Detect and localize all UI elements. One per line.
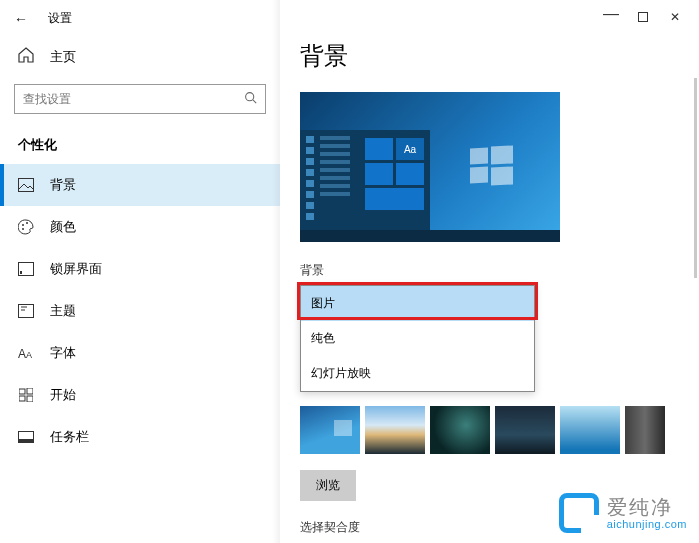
close-button[interactable]: ✕ bbox=[659, 6, 691, 28]
background-type-dropdown[interactable]: 图片 纯色 幻灯片放映 bbox=[300, 285, 535, 392]
svg-point-3 bbox=[22, 224, 24, 226]
svg-rect-13 bbox=[19, 396, 25, 401]
scrollbar[interactable] bbox=[694, 78, 697, 278]
maximize-button[interactable] bbox=[627, 6, 659, 28]
sidebar-item-label: 任务栏 bbox=[50, 428, 89, 446]
watermark-text-cn: 爱纯净 bbox=[607, 496, 687, 518]
app-title: 设置 bbox=[48, 10, 72, 27]
sidebar-item-taskbar[interactable]: 任务栏 bbox=[0, 416, 280, 458]
minimize-button[interactable]: ― bbox=[595, 3, 627, 25]
sidebar-item-lockscreen[interactable]: 锁屏界面 bbox=[0, 248, 280, 290]
settings-sidebar: ← 设置 主页 个性化 背景 颜色 bbox=[0, 0, 280, 543]
wallpaper-thumb[interactable] bbox=[625, 406, 665, 454]
sidebar-item-label: 背景 bbox=[50, 176, 76, 194]
svg-rect-11 bbox=[19, 389, 25, 394]
titlebar-left: ← 设置 bbox=[0, 0, 280, 37]
wallpaper-thumb[interactable] bbox=[430, 406, 490, 454]
svg-point-5 bbox=[22, 228, 24, 230]
svg-point-0 bbox=[246, 93, 254, 101]
search-input-wrap[interactable] bbox=[14, 84, 266, 114]
sidebar-item-colors[interactable]: 颜色 bbox=[0, 206, 280, 248]
svg-rect-12 bbox=[27, 388, 33, 394]
home-label: 主页 bbox=[50, 48, 76, 66]
watermark-text-en: aichunjing.com bbox=[607, 518, 687, 530]
wallpaper-thumb[interactable] bbox=[300, 406, 360, 454]
svg-point-4 bbox=[26, 222, 28, 224]
taskbar-icon bbox=[18, 431, 34, 443]
watermark-logo-icon bbox=[559, 493, 599, 533]
sidebar-item-label: 字体 bbox=[50, 344, 76, 362]
dropdown-option-solid[interactable]: 纯色 bbox=[301, 321, 534, 356]
dropdown-option-picture[interactable]: 图片 bbox=[301, 286, 534, 321]
lockscreen-icon bbox=[18, 262, 34, 276]
sidebar-item-label: 开始 bbox=[50, 386, 76, 404]
home-nav[interactable]: 主页 bbox=[0, 37, 280, 76]
sidebar-item-fonts[interactable]: AA 字体 bbox=[0, 332, 280, 374]
watermark: 爱纯净 aichunjing.com bbox=[559, 493, 687, 533]
wallpaper-thumb[interactable] bbox=[560, 406, 620, 454]
sidebar-item-themes[interactable]: 主题 bbox=[0, 290, 280, 332]
window-controls: ― ✕ bbox=[595, 6, 691, 28]
preview-taskbar bbox=[300, 230, 560, 242]
svg-line-1 bbox=[253, 100, 256, 103]
theme-icon bbox=[18, 304, 34, 318]
font-icon: AA bbox=[18, 346, 34, 360]
svg-rect-8 bbox=[19, 305, 34, 318]
wallpaper-thumb[interactable] bbox=[495, 406, 555, 454]
home-icon bbox=[18, 47, 34, 66]
background-section-label: 背景 bbox=[300, 242, 679, 285]
dropdown-option-slideshow[interactable]: 幻灯片放映 bbox=[301, 356, 534, 391]
sidebar-item-start[interactable]: 开始 bbox=[0, 374, 280, 416]
category-title: 个性化 bbox=[0, 122, 280, 164]
preview-sample-text: Aa bbox=[396, 138, 424, 160]
wallpaper-thumbnails bbox=[300, 392, 679, 454]
wallpaper-thumb[interactable] bbox=[365, 406, 425, 454]
svg-rect-2 bbox=[19, 179, 34, 192]
browse-button[interactable]: 浏览 bbox=[300, 470, 356, 501]
search-input[interactable] bbox=[23, 92, 244, 106]
sidebar-item-label: 主题 bbox=[50, 302, 76, 320]
preview-start-panel: Aa bbox=[300, 130, 430, 230]
start-icon bbox=[18, 388, 34, 402]
svg-text:A: A bbox=[18, 347, 26, 360]
main-content: ― ✕ 背景 Aa 背景 图片 bbox=[280, 0, 699, 543]
back-button[interactable]: ← bbox=[14, 11, 28, 27]
svg-text:A: A bbox=[26, 350, 32, 360]
svg-rect-7 bbox=[20, 271, 22, 274]
palette-icon bbox=[18, 219, 34, 235]
svg-rect-14 bbox=[27, 396, 33, 402]
search-icon bbox=[244, 91, 257, 107]
desktop-preview: Aa bbox=[300, 92, 560, 242]
windows-logo-icon bbox=[470, 146, 514, 186]
svg-rect-16 bbox=[19, 439, 33, 442]
sidebar-item-background[interactable]: 背景 bbox=[0, 164, 280, 206]
svg-rect-17 bbox=[639, 13, 648, 22]
sidebar-item-label: 锁屏界面 bbox=[50, 260, 102, 278]
sidebar-item-label: 颜色 bbox=[50, 218, 76, 236]
nav-list: 背景 颜色 锁屏界面 主题 AA 字体 开始 bbox=[0, 164, 280, 458]
image-icon bbox=[18, 178, 34, 192]
